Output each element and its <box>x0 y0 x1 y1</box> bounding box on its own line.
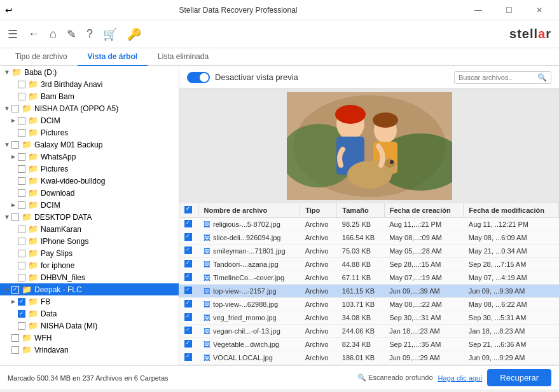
table-row[interactable]: 🖼top-view-...62988.jpg Archivo 103.71 KB… <box>179 298 559 311</box>
tree-item-nisha-mi[interactable]: 📁 NISHA Data (MI) <box>0 320 179 332</box>
tree-item-pictures2[interactable]: 📁 Pictures <box>0 163 179 175</box>
tree-checkbox[interactable] <box>18 298 25 306</box>
tree-checkbox[interactable] <box>18 226 25 233</box>
tree-item-dcim2[interactable]: ► 📁 DCIM <box>0 199 179 211</box>
row-checkbox[interactable] <box>184 313 192 321</box>
table-row[interactable]: 🖼smileyman-...71801.jpg Archivo 75.03 KB… <box>179 245 559 258</box>
tree-checkbox[interactable] <box>18 238 25 245</box>
tree-checkbox[interactable] <box>18 153 25 161</box>
tree-item-vrindavan[interactable]: 📁 Vrindavan <box>0 344 179 356</box>
tree-item-naamkaran[interactable]: 📁 NaamKaran <box>0 223 179 235</box>
scan-link[interactable]: Haga clic aquí <box>438 374 483 382</box>
tree-item-galaxy[interactable]: ▼ 📁 Galaxy M01 Backup <box>0 139 179 151</box>
tree-checkbox[interactable] <box>18 189 25 197</box>
tree-item-deepak[interactable]: ▼ 📁 Deepak - FLC <box>0 283 179 295</box>
table-row[interactable]: 🖼top-view-...-2157.jpg Archivo 161.15 KB… <box>179 285 559 298</box>
tree-checkbox[interactable] <box>18 322 25 330</box>
preview-toggle[interactable] <box>187 72 210 83</box>
tree-checkbox[interactable] <box>18 250 25 257</box>
table-row[interactable]: 🖼Tandoori-...azana.jpg Archivo 44.88 KB … <box>179 258 559 271</box>
row-checkbox[interactable] <box>184 220 192 227</box>
tree-checkbox[interactable] <box>18 177 25 185</box>
th-filename[interactable]: Nombre de archivo <box>198 203 300 218</box>
tree-item-pictures1[interactable]: 📁 Pictures <box>0 126 179 139</box>
tree-checkbox[interactable] <box>18 81 25 88</box>
table-row[interactable]: 🖼veg_fried_momo.jpg Archivo 34.08 KB Sep… <box>179 311 559 325</box>
tree-item-fb[interactable]: ► 📁 FB <box>0 295 179 308</box>
minimize-button[interactable]: — <box>464 0 493 20</box>
th-size[interactable]: Tamaño <box>337 203 384 218</box>
row-size: 34.08 KB <box>337 311 384 325</box>
tree-item-payslips[interactable]: 📁 Pay Slips <box>0 247 179 259</box>
row-checkbox[interactable] <box>184 260 192 267</box>
th-created[interactable]: Fecha de creación <box>384 203 464 218</box>
row-checkbox[interactable] <box>184 287 192 294</box>
tree-checkbox[interactable] <box>11 141 19 149</box>
row-checkbox[interactable] <box>184 353 192 361</box>
row-checkbox[interactable] <box>184 327 192 334</box>
row-checkbox[interactable] <box>184 273 192 281</box>
back-icon[interactable]: ← <box>28 27 39 41</box>
tree-item-dhbvn[interactable]: 📁 DHBVN_files <box>0 271 179 283</box>
key-icon[interactable]: 🔑 <box>127 27 141 41</box>
tree-checkbox[interactable] <box>11 286 19 294</box>
header-checkbox[interactable] <box>184 206 192 213</box>
tree-checkbox[interactable] <box>18 93 25 100</box>
search-icon[interactable]: 🔍 <box>537 73 547 82</box>
home-icon[interactable]: ⌂ <box>50 27 57 41</box>
tree-item-wfh[interactable]: 📁 WFH <box>0 332 179 344</box>
tab-file-type[interactable]: Tipo de archivo <box>5 48 78 66</box>
tree-item-dcim1[interactable]: ► 📁 DCIM <box>0 114 179 126</box>
tree-item-for-iphone[interactable]: 📁 for iphone <box>0 259 179 271</box>
tree-checkbox[interactable] <box>18 117 25 125</box>
tree-item-bambam[interactable]: 📁 Bam Bam <box>0 90 179 102</box>
folder-icon: 📁 <box>28 79 38 89</box>
tree-item-baba[interactable]: ▼ 📁 Baba (D:) <box>0 66 179 78</box>
folder-icon: 📁 <box>22 345 32 355</box>
table-row[interactable]: 🖼VOCAL LOCAL.jpg Archivo 186.01 KB Jun 0… <box>179 351 559 365</box>
search-input[interactable] <box>459 74 535 81</box>
tree-item-label: Bam Bam <box>41 92 74 101</box>
menu-icon[interactable]: ☰ <box>8 27 18 41</box>
close-button[interactable]: ✕ <box>525 0 554 20</box>
tree-checkbox[interactable] <box>18 262 25 269</box>
maximize-button[interactable]: ☐ <box>494 0 523 20</box>
tree-item-kwai[interactable]: 📁 Kwai-video-bulldog <box>0 175 179 187</box>
table-row[interactable]: 🖼vegan-chil...-of-13.jpg Archivo 244.06 … <box>179 325 559 338</box>
th-type[interactable]: Tipo <box>300 203 337 218</box>
cart-icon[interactable]: 🛒 <box>103 27 117 41</box>
tree-checkbox[interactable] <box>18 129 25 137</box>
tree-checkbox[interactable] <box>11 334 19 342</box>
tree-checkbox[interactable] <box>11 213 19 221</box>
table-row[interactable]: 🖼TimelineCo...-cover.jpg Archivo 67.11 K… <box>179 271 559 285</box>
tree-item-desktop[interactable]: ▼ 📁 DESKTOP DATA <box>0 211 179 223</box>
bookmark-icon[interactable]: ✎ <box>67 27 76 41</box>
th-modified[interactable]: Fecha de modificación <box>464 203 559 218</box>
tree-checkbox[interactable] <box>18 274 25 281</box>
tab-tree-view[interactable]: Vista de árbol <box>78 48 148 66</box>
tree-checkbox[interactable] <box>11 105 19 112</box>
tree-checkbox[interactable] <box>18 165 25 173</box>
tree-checkbox[interactable] <box>18 310 25 318</box>
tree-item-whatsapp[interactable]: ► 📁 WhatsApp <box>0 151 179 163</box>
row-checkbox[interactable] <box>184 340 192 348</box>
recover-button[interactable]: Recuperar <box>487 369 551 386</box>
tree-item-birthday[interactable]: 📁 3rd Birthday Anavi <box>0 78 179 90</box>
table-row[interactable]: 🖼religious-...5-8702.jpg Archivo 98.25 K… <box>179 218 559 231</box>
row-checkbox[interactable] <box>184 233 192 241</box>
help-icon[interactable]: ? <box>86 27 93 41</box>
tree-checkbox[interactable] <box>11 346 19 354</box>
tree-item-download[interactable]: 📁 Download <box>0 187 179 199</box>
tree-item-data[interactable]: 📁 Data <box>0 308 179 320</box>
table-row[interactable]: 🖼slice-deli...926094.jpg Archivo 166.54 … <box>179 231 559 245</box>
tab-deleted-list[interactable]: Lista eliminada <box>148 48 219 66</box>
tree-item-nisha[interactable]: ▼ 📁 NISHA DATA (OPPO A5) <box>0 102 179 114</box>
preview-bar: Desactivar vista previa 🔍 <box>179 66 559 89</box>
row-checkbox[interactable] <box>184 300 192 308</box>
row-checkbox[interactable] <box>184 247 192 254</box>
th-checkbox[interactable] <box>179 203 198 218</box>
tree-item-iphone-songs[interactable]: 📁 IPhone Songs <box>0 235 179 247</box>
table-row[interactable]: 🖼Vegetable...dwich.jpg Archivo 82.34 KB … <box>179 338 559 351</box>
tree-checkbox[interactable] <box>18 201 25 209</box>
undo-icon[interactable]: ↩ <box>5 5 13 15</box>
